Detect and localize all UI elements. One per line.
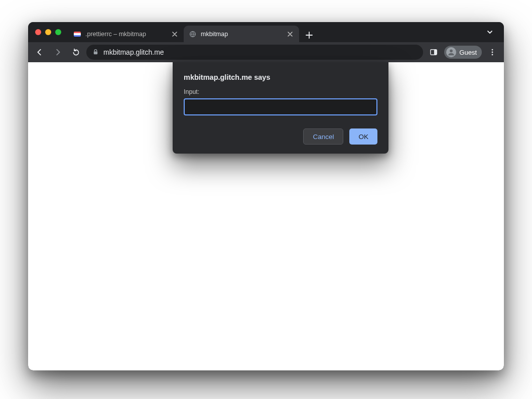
globe-icon — [189, 30, 197, 38]
tab-overflow-button[interactable] — [483, 25, 497, 39]
window-controls — [35, 29, 61, 35]
back-button[interactable] — [32, 45, 47, 60]
address-bar[interactable]: mkbitmap.glitch.me — [86, 45, 423, 60]
ok-button[interactable]: OK — [349, 128, 377, 145]
profile-chip[interactable]: Guest — [444, 46, 482, 59]
svg-point-5 — [492, 49, 493, 51]
svg-point-6 — [492, 52, 493, 53]
cancel-button[interactable]: Cancel — [303, 128, 343, 145]
tab-title: .prettierrc – mkbitmap — [85, 31, 167, 38]
window-maximize-button[interactable] — [55, 29, 61, 35]
tab-title: mkbitmap — [201, 31, 282, 38]
cancel-button-label: Cancel — [313, 133, 334, 141]
toolbar: mkbitmap.glitch.me Guest — [28, 42, 504, 62]
avatar-icon — [446, 47, 456, 57]
window-close-button[interactable] — [35, 29, 41, 35]
dialog-label: Input: — [184, 88, 377, 95]
ok-button-label: OK — [358, 133, 368, 141]
kebab-menu-button[interactable] — [485, 45, 500, 60]
svg-point-7 — [492, 54, 493, 55]
dialog-input[interactable] — [184, 98, 377, 115]
profile-label: Guest — [459, 49, 477, 56]
lock-icon — [92, 49, 99, 56]
address-text: mkbitmap.glitch.me — [103, 48, 164, 56]
new-tab-button[interactable] — [302, 28, 316, 42]
titlebar: .prettierrc – mkbitmap mkbitmap — [28, 22, 504, 42]
svg-rect-3 — [434, 50, 437, 55]
svg-point-4 — [450, 49, 453, 52]
js-prompt-dialog: mkbitmap.glitch.me says Input: Cancel OK — [173, 62, 388, 154]
browser-window: .prettierrc – mkbitmap mkbitmap — [28, 22, 504, 370]
tab-prettierrc[interactable]: .prettierrc – mkbitmap — [68, 26, 184, 42]
window-minimize-button[interactable] — [45, 29, 51, 35]
forward-button[interactable] — [50, 45, 65, 60]
svg-rect-1 — [94, 52, 97, 55]
tab-close-button[interactable] — [286, 30, 294, 38]
tab-close-button[interactable] — [171, 30, 179, 38]
dialog-origin: mkbitmap.glitch.me says — [184, 73, 377, 81]
glitch-favicon-icon — [73, 30, 81, 38]
side-panel-button[interactable] — [426, 45, 441, 60]
dialog-button-row: Cancel OK — [184, 128, 377, 145]
reload-button[interactable] — [68, 45, 83, 60]
tab-mkbitmap[interactable]: mkbitmap — [184, 26, 299, 42]
tab-strip: .prettierrc – mkbitmap mkbitmap — [68, 22, 316, 42]
